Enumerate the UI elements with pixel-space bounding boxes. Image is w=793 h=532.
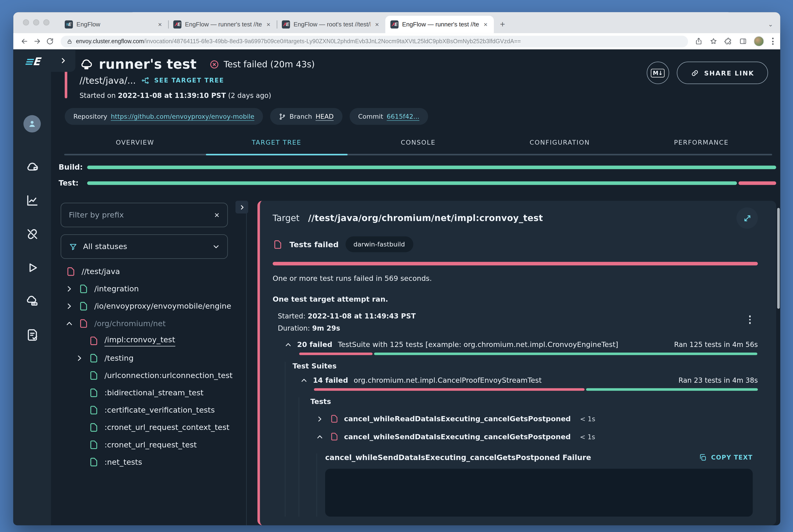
see-target-tree-link[interactable]: SEE TARGET TREE xyxy=(154,77,224,84)
tree-panel-collapse-button[interactable] xyxy=(235,201,248,213)
engflow-app: ≡E runner's test xyxy=(13,50,780,526)
tree-item[interactable]: :cronet_url_request_context_test xyxy=(60,419,228,436)
branch-link[interactable]: HEAD xyxy=(316,113,334,120)
tree-item[interactable]: :cronet_url_request_test xyxy=(60,436,228,454)
scrollbar-thumb[interactable] xyxy=(777,208,780,309)
browser-tab-2[interactable]: ✗E EngFlow — runner's test //test/ ✕ xyxy=(168,16,277,33)
close-tab-icon[interactable]: ✕ xyxy=(265,21,271,28)
commit-link[interactable]: 6615f42... xyxy=(387,113,419,120)
attempt-menu-icon[interactable] xyxy=(749,310,751,324)
engflow-logo[interactable]: ≡E xyxy=(24,56,40,68)
tree-item[interactable]: :certificate_verification_tests xyxy=(60,401,228,419)
overall-suite-row[interactable]: 20 failed TestSuite with 125 tests [exam… xyxy=(273,340,758,348)
filter-input[interactable] xyxy=(69,210,214,220)
expand-chevron-icon[interactable] xyxy=(66,285,78,292)
close-tab-icon[interactable]: ✕ xyxy=(157,21,163,28)
tests-heading: Tests xyxy=(307,397,758,405)
browser-tab-1[interactable]: ≡E EngFlow ✕ xyxy=(60,16,168,33)
sidebar-expand-button[interactable] xyxy=(51,50,75,72)
status-filter-select[interactable]: All statuses xyxy=(60,234,228,259)
page-tab[interactable]: OVERVIEW xyxy=(64,135,206,149)
tab-list: ≡E EngFlow ✕ ✗E EngFlow — runner's test … xyxy=(60,12,505,33)
bookmark-star-icon[interactable] xyxy=(709,37,718,45)
reload-icon[interactable] xyxy=(46,37,54,45)
expand-chevron-icon[interactable] xyxy=(76,355,89,362)
tree-item[interactable]: :bidirectional_stream_test xyxy=(60,384,228,401)
main-content: runner's test Test failed (20m 43s) //te… xyxy=(51,50,780,526)
share-icon[interactable] xyxy=(695,37,703,45)
user-avatar[interactable] xyxy=(23,115,41,132)
tree-item[interactable]: /testing xyxy=(60,349,228,367)
tree-item[interactable]: /urlconnection:urlconnection_test xyxy=(60,367,228,384)
tree-item[interactable]: /io/envoyproxy/envoymobile/engine xyxy=(60,298,228,315)
tree-item[interactable]: /integration xyxy=(60,280,228,298)
remote-execution-icon[interactable] xyxy=(25,294,39,308)
lock-icon xyxy=(67,39,73,44)
target-status-icon xyxy=(89,370,99,381)
tree-item-label: /integration xyxy=(94,284,139,293)
tab-search-chevron-icon[interactable]: ⌄ xyxy=(768,21,773,28)
chrome-menu-icon[interactable] xyxy=(771,38,775,45)
collapse-chevron-icon[interactable] xyxy=(301,377,307,383)
tree-item-label: :bidirectional_stream_test xyxy=(105,388,204,397)
tree-item-label: /io/envoyproxy/envoymobile/engine xyxy=(94,302,231,311)
person-icon xyxy=(27,119,37,129)
window-controls[interactable] xyxy=(23,19,49,25)
page-tab[interactable]: CONFIGURATION xyxy=(489,135,630,149)
test-failed-icon xyxy=(330,432,339,441)
suite-row[interactable]: 14 failed org.chromium.net.impl.CancelPr… xyxy=(292,376,758,384)
expand-chevron-icon[interactable] xyxy=(66,320,78,327)
target-status-icon xyxy=(89,387,99,398)
copy-text-button[interactable]: COPY TEXT xyxy=(699,454,753,462)
browser-toolbar: envoy.cluster.engflow.com/invocation/487… xyxy=(13,33,780,50)
expand-detail-button[interactable] xyxy=(736,207,758,229)
close-tab-icon[interactable]: ✕ xyxy=(374,21,380,28)
zoom-window-button[interactable] xyxy=(43,19,49,25)
tab-title: EngFlow — runner's test //test/ xyxy=(402,21,479,28)
test-row[interactable]: cancel_whileSendDataIsExecuting_cancelGe… xyxy=(307,432,758,441)
trends-chart-icon[interactable] xyxy=(25,194,39,207)
tree-item-label: /urlconnection:urlconnection_test xyxy=(105,371,232,380)
close-window-button[interactable] xyxy=(23,19,29,25)
expand-chevron-icon[interactable] xyxy=(317,433,325,440)
forward-icon[interactable] xyxy=(33,37,41,45)
new-tab-button[interactable]: + xyxy=(500,19,505,30)
page-tab[interactable]: CONSOLE xyxy=(347,135,489,149)
clear-filter-icon[interactable]: ✕ xyxy=(214,211,220,219)
browser-tab-3[interactable]: ✗E EngFlow — root's test //test/ko ✕ xyxy=(277,16,385,33)
page-tab[interactable]: TARGET TREE xyxy=(206,135,347,149)
back-icon[interactable] xyxy=(20,37,29,45)
page-tab[interactable]: PERFORMANCE xyxy=(630,135,772,149)
address-bar[interactable]: envoy.cluster.engflow.com/invocation/487… xyxy=(60,36,688,47)
repository-link[interactable]: https://github.com/envoyproxy/envoy-mobi… xyxy=(111,113,254,120)
failure-summary: One or more test runs failed in 569 seco… xyxy=(273,274,758,282)
test-progress-bar xyxy=(87,181,776,185)
link-off-icon[interactable] xyxy=(25,227,39,241)
tree-item[interactable]: //test/java xyxy=(60,263,228,280)
target-status-icon xyxy=(66,266,76,277)
tree-item[interactable]: /impl:cronvoy_test xyxy=(60,332,228,349)
profile-avatar[interactable] xyxy=(754,36,764,46)
minimize-window-button[interactable] xyxy=(33,19,39,25)
target-status-icon xyxy=(89,336,99,346)
target-tree-list: //test/java /integration /io/envoyproxy/… xyxy=(60,263,228,471)
play-icon[interactable] xyxy=(25,261,39,274)
download-markdown-button[interactable]: M↓ xyxy=(646,62,669,84)
close-tab-icon[interactable]: ✕ xyxy=(483,21,489,28)
collapse-chevron-icon[interactable] xyxy=(285,341,291,348)
stack-trace xyxy=(325,469,753,517)
tree-item[interactable]: /org/chromium/net xyxy=(60,315,228,332)
expand-chevron-icon[interactable] xyxy=(66,303,78,310)
test-row[interactable]: cancel_whileReadDataIsExecuting_cancelGe… xyxy=(307,414,758,423)
copy-icon xyxy=(699,454,707,462)
target-path: //test/java/org/chromium/net/impl:cronvo… xyxy=(308,213,543,223)
browser-tab-4-active[interactable]: ✗E EngFlow — runner's test //test/ ✕ xyxy=(385,16,494,33)
extensions-puzzle-icon[interactable] xyxy=(724,37,733,45)
expand-chevron-icon[interactable] xyxy=(317,416,325,422)
tree-item[interactable]: :net_tests xyxy=(60,454,228,471)
test-report-icon[interactable] xyxy=(25,328,39,342)
chevron-down-icon xyxy=(212,243,220,250)
builds-cloud-icon[interactable] xyxy=(25,160,39,174)
share-link-button[interactable]: SHARE LINK xyxy=(677,62,768,84)
side-panel-icon[interactable] xyxy=(739,37,747,45)
